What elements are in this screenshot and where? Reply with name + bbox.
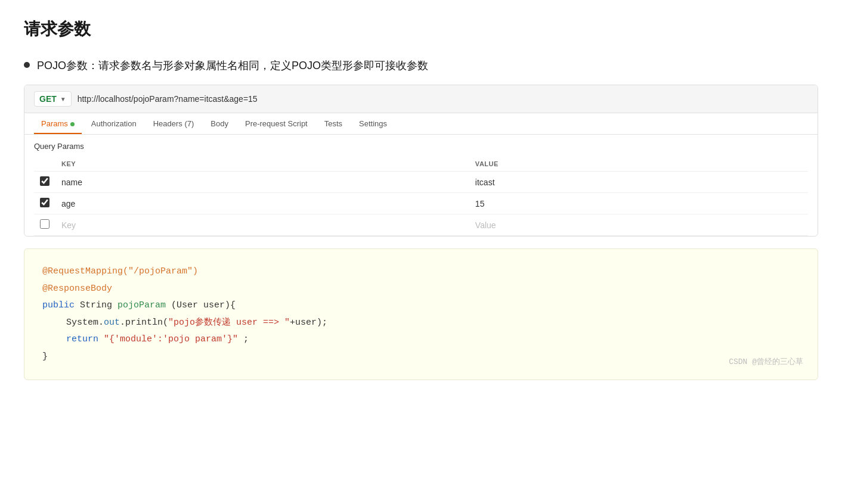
empty-key[interactable]: Key <box>55 214 469 236</box>
col-value-header: VALUE <box>469 157 808 172</box>
table-row: age 15 <box>34 193 808 214</box>
method-dropdown-arrow: ▼ <box>60 96 66 102</box>
postman-panel: GET ▼ Params Authorization Headers (7) B… <box>24 85 818 237</box>
table-row: name itcast <box>34 172 808 193</box>
return-kw: return <box>66 334 98 344</box>
code-line-3: public String pojoParam (User user){ <box>42 297 800 315</box>
params-dot <box>70 122 75 126</box>
tab-authorization[interactable]: Authorization <box>84 113 144 134</box>
row2-value[interactable]: 15 <box>469 193 808 214</box>
tab-headers[interactable]: Headers (7) <box>146 113 202 134</box>
code-line-2: @ResponseBody <box>42 281 800 298</box>
row1-checkbox-cell <box>34 172 55 193</box>
close-brace: } <box>42 351 48 362</box>
empty-value[interactable]: Value <box>469 214 808 236</box>
out-kw: out <box>104 318 120 328</box>
kw-public: public <box>42 300 75 310</box>
query-params-label: Query Params <box>34 142 808 151</box>
code-line-5: return "{'module':'pojo param'}" ; <box>42 331 800 349</box>
tab-params[interactable]: Params <box>34 113 82 134</box>
tab-settings[interactable]: Settings <box>352 113 394 134</box>
concat-text: +user); <box>290 318 327 328</box>
params-section: Query Params KEY VALUE name itcast <box>24 135 818 236</box>
system-text: System. <box>66 318 104 328</box>
row2-checkbox-cell <box>34 193 55 214</box>
col-checkbox-header <box>34 157 55 172</box>
url-input[interactable] <box>78 94 808 104</box>
method-select[interactable]: GET ▼ <box>34 91 72 107</box>
table-row-empty: Key Value <box>34 214 808 236</box>
code-line-4: System.out.println("pojo参数传递 user ==> "+… <box>42 315 800 332</box>
method-params: (User user){ <box>171 300 236 310</box>
bullet-text: POJO参数：请求参数名与形参对象属性名相同，定义POJO类型形参即可接收参数 <box>37 58 428 73</box>
page-title: 请求参数 <box>24 18 818 41</box>
watermark: CSDN @曾经的三心草 <box>729 355 803 370</box>
code-block: @RequestMapping("/pojoParam") @ResponseB… <box>24 248 818 380</box>
url-bar: GET ▼ <box>24 85 818 113</box>
kw-string: String <box>80 300 117 310</box>
println-text: .println( <box>120 318 168 328</box>
return-value: "{'module':'pojo param'}" <box>104 334 238 344</box>
code-line-6: } <box>42 349 800 366</box>
code-line-1: @RequestMapping("/pojoParam") <box>42 263 800 281</box>
annotation2: @ResponseBody <box>42 284 112 294</box>
tab-pre-request[interactable]: Pre-request Script <box>238 113 315 134</box>
semicolon: ; <box>243 334 249 344</box>
annotation1: @RequestMapping("/pojoParam") <box>42 266 198 276</box>
tabs-bar: Params Authorization Headers (7) Body Pr… <box>24 113 818 135</box>
method-name: pojoParam <box>117 300 166 310</box>
key-placeholder: Key <box>61 220 76 230</box>
col-key-header: KEY <box>55 157 469 172</box>
row2-key[interactable]: age <box>55 193 469 214</box>
row2-checkbox[interactable] <box>40 198 49 207</box>
bullet-item: POJO参数：请求参数名与形参对象属性名相同，定义POJO类型形参即可接收参数 <box>24 58 818 73</box>
row1-checkbox[interactable] <box>40 176 49 186</box>
row1-key[interactable]: name <box>55 172 469 193</box>
method-label: GET <box>39 94 57 104</box>
row1-value[interactable]: itcast <box>469 172 808 193</box>
tab-body[interactable]: Body <box>203 113 236 134</box>
string-literal: "pojo参数传递 user ==> " <box>168 318 290 328</box>
empty-checkbox-cell <box>34 214 55 236</box>
tab-tests[interactable]: Tests <box>317 113 349 134</box>
bullet-dot <box>24 62 30 68</box>
params-table: KEY VALUE name itcast age 15 <box>34 157 808 236</box>
empty-checkbox[interactable] <box>40 219 49 229</box>
value-placeholder: Value <box>475 220 496 230</box>
